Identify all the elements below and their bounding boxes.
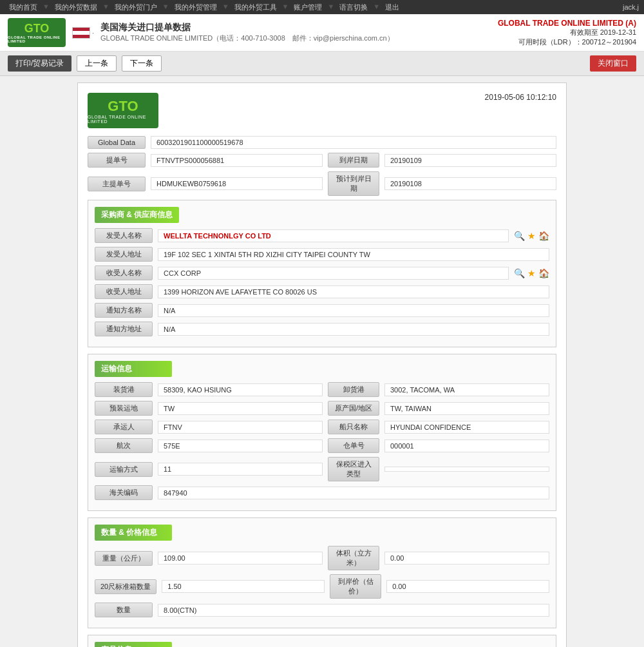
manifest-label: 仓单号 (328, 438, 379, 453)
ref-no-label: 提单号 (88, 153, 146, 168)
nav-menu: 我的首页 ▼ 我的外贸数据 ▼ 我的外贸门户 ▼ 我的外贸管理 ▼ 我的外贸工具… (5, 3, 403, 12)
company-name: GLOBAL TRADE ONLINE LIMITED (A) (498, 19, 636, 28)
consignee-star-icon[interactable]: ★ (527, 268, 536, 278)
nav-home[interactable]: 我的首页 (5, 3, 41, 12)
doc-logo-text: GTO (108, 98, 138, 115)
document-header: GTO GLOBAL TRADE ONLINE LIMITED 2019-05-… (88, 93, 556, 128)
transport-mode-value: 11 (158, 463, 323, 476)
weight-label: 重量（公斤） (95, 551, 153, 566)
shipper-addr-row: 发受人地址 19F 102 SEC 1 XINTAI 5TH RD XIZHI … (95, 247, 549, 262)
prev-button[interactable]: 上一条 (77, 55, 117, 72)
logo-text: GTO (24, 22, 50, 35)
ldr: 可用时段（LDR）：200712～201904 (498, 37, 636, 47)
teu-value: 1.50 (162, 580, 325, 593)
est-arrival-value: 20190108 (384, 177, 556, 190)
top-navigation: 我的首页 ▼ 我的外贸数据 ▼ 我的外贸门户 ▼ 我的外贸管理 ▼ 我的外贸工具… (0, 0, 644, 14)
supplier-section-header: 采购商 & 供应商信息 (95, 207, 179, 223)
customs-code-row: 海关编码 847940 (95, 485, 549, 500)
discharge-port-label: 卸货港 (328, 382, 379, 397)
consignee-home-icon[interactable]: 🏠 (538, 268, 549, 278)
voyage-manifest-row: 航次 575E 仓单号 000001 (95, 438, 549, 453)
shipper-name-row: 发受人名称 WELLTA TECHNONLGY CO LTD 🔍 ★ 🏠 (95, 228, 549, 243)
nav-language[interactable]: 语言切换 (336, 3, 372, 12)
shipper-star-icon[interactable]: ★ (527, 231, 536, 241)
consignee-addr-value: 1399 HORIZON AVE LAFAYETTE CO 80026 US (158, 285, 549, 298)
voyage-value: 575E (158, 439, 323, 452)
customs-code-label: 海关编码 (95, 485, 153, 500)
print-button[interactable]: 打印/贸易记录 (8, 55, 71, 72)
ref-no-value: FTNVTPS000056881 (151, 154, 323, 167)
flag-box: · (72, 27, 94, 39)
nav-tools[interactable]: 我的外贸工具 (231, 3, 281, 12)
validity: 有效期至 2019-12-31 (498, 28, 636, 37)
nav-account[interactable]: 账户管理 (290, 3, 326, 12)
origin-value: TW, TAIWAN (384, 402, 549, 415)
logo-subtitle: GLOBAL TRADE ONLINE LIMITED (8, 35, 66, 43)
nav-portal[interactable]: 我的外贸门户 (111, 3, 161, 12)
doc-logo-subtitle: GLOBAL TRADE ONLINE LIMITED (88, 115, 158, 124)
shipper-addr-value: 19F 102 SEC 1 XINTAI 5TH RD XIZHI CITY T… (158, 248, 549, 261)
consignee-search-icon[interactable]: 🔍 (514, 268, 525, 278)
weight-value: 109.00 (158, 552, 323, 565)
nav-management[interactable]: 我的外贸管理 (171, 3, 221, 12)
consignee-name-value: CCX CORP (158, 267, 509, 280)
logo: GTO GLOBAL TRADE ONLINE LIMITED (8, 18, 66, 47)
customs-code-value: 847940 (158, 487, 549, 499)
basic-info: Global Data 6003201901100000519678 提单号 F… (88, 136, 556, 196)
page-header: GTO GLOBAL TRADE ONLINE LIMITED · 美国海关进口… (0, 14, 644, 52)
arrival-date-value: 20190109 (384, 154, 556, 167)
discharge-port-value: 3002, TACOMA, WA (384, 383, 549, 396)
us-flag (72, 27, 90, 39)
nav-trade-data[interactable]: 我的外贸数据 (51, 3, 101, 12)
next-button[interactable]: 下一条 (122, 55, 162, 72)
document: GTO GLOBAL TRADE ONLINE LIMITED 2019-05-… (77, 82, 567, 647)
header-info: 美国海关进口提单数据 GLOBAL TRADE ONLINE LIMITED（电… (100, 22, 394, 43)
shipper-name-value: WELLTA TECHNONLGY CO LTD (158, 229, 509, 242)
quantity-section: 数量 & 价格信息 重量（公斤） 109.00 体积（立方米） 0.00 20尺… (88, 517, 556, 628)
master-bill-value: HDMUKEWB0759618 (151, 177, 323, 190)
notify-addr-row: 通知方地址 N/A (95, 322, 549, 336)
notify-addr-value: N/A (158, 323, 549, 336)
supplier-section: 采购商 & 供应商信息 发受人名称 WELLTA TECHNONLGY CO L… (88, 200, 556, 347)
doc-logo: GTO GLOBAL TRADE ONLINE LIMITED (88, 93, 158, 128)
arrival-price-value: 0.00 (386, 580, 549, 593)
transport-ftz-row: 运输方式 11 保税区进入类型 (95, 457, 549, 481)
teu-label: 20尺标准箱数量 (95, 579, 156, 594)
notify-name-row: 通知方名称 N/A (95, 303, 549, 318)
global-data-row: Global Data 6003201901100000519678 (88, 136, 556, 149)
page-title: 美国海关进口提单数据 (100, 22, 394, 34)
teu-price-row: 20尺标准箱数量 1.50 到岸价（估价） 0.00 (95, 574, 549, 599)
transport-mode-label: 运输方式 (95, 462, 153, 477)
main-content: GTO GLOBAL TRADE ONLINE LIMITED 2019-05-… (0, 76, 644, 647)
consignee-addr-row: 收受人地址 1399 HORIZON AVE LAFAYETTE CO 8002… (95, 284, 549, 299)
quantity-section-header: 数量 & 价格信息 (95, 525, 172, 541)
notify-name-label: 通知方名称 (95, 303, 153, 318)
nav-logout[interactable]: 退出 (381, 3, 403, 12)
close-button[interactable]: 关闭窗口 (590, 55, 636, 72)
origin-label: 原产国/地区 (328, 401, 379, 416)
shipper-home-icon[interactable]: 🏠 (538, 231, 549, 241)
global-data-label: Global Data (88, 136, 146, 149)
shipper-search-icon[interactable]: 🔍 (514, 231, 525, 241)
carrier-label: 承运人 (95, 420, 153, 434)
loading-origin-row: 预装运地 TW 原产国/地区 TW, TAIWAN (95, 401, 549, 416)
arrival-price-label: 到岸价（估价） (330, 574, 381, 599)
header-left: GTO GLOBAL TRADE ONLINE LIMITED · 美国海关进口… (8, 18, 394, 47)
loading-port-value: 58309, KAO HSIUNG (158, 383, 323, 396)
shipper-icons: 🔍 ★ 🏠 (514, 231, 549, 241)
shipper-addr-label: 发受人地址 (95, 247, 153, 262)
volume-label: 体积（立方米） (328, 546, 379, 570)
transport-section: 运输信息 装货港 58309, KAO HSIUNG 卸货港 3002, TAC… (88, 354, 556, 511)
notify-name-value: N/A (158, 304, 549, 317)
loading-port-label: 装货港 (95, 382, 153, 397)
carrier-vessel-row: 承运人 FTNV 船只名称 HYUNDAI CONFIDENCE (95, 420, 549, 434)
header-contact: GLOBAL TRADE ONLINE LIMITED（电话：400-710-3… (100, 34, 394, 43)
ftz-label: 保税区进入类型 (328, 457, 379, 481)
quantity-row: 数量 8.00(CTN) (95, 603, 549, 617)
est-arrival-label: 预计到岸日期 (328, 171, 379, 196)
arrival-date-label: 到岸日期 (328, 153, 379, 168)
ref-no-row: 提单号 FTNVTPS000056881 到岸日期 20190109 (88, 153, 556, 168)
consignee-name-label: 收受人名称 (95, 266, 153, 280)
transport-section-header: 运输信息 (95, 361, 172, 377)
master-bill-row: 主提单号 HDMUKEWB0759618 预计到岸日期 20190108 (88, 171, 556, 196)
